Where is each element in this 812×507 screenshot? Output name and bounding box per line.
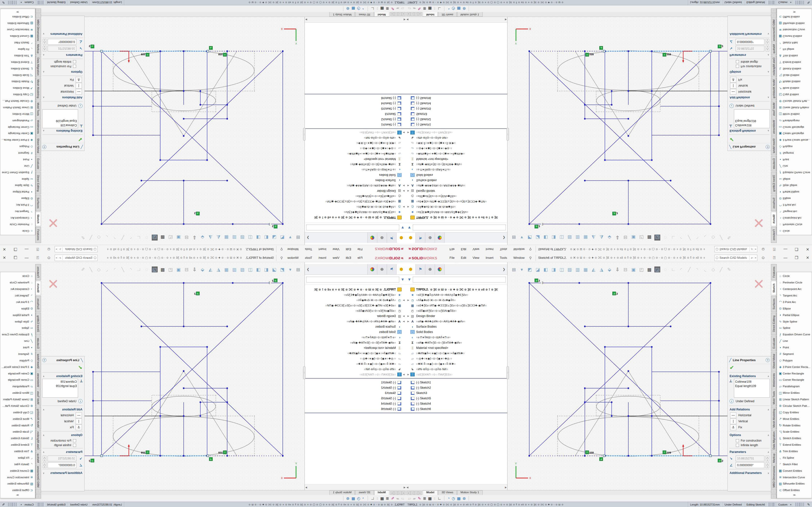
parameters-header[interactable]: Parameters ∧	[728, 449, 771, 455]
options-header[interactable]: Options ∧	[41, 433, 84, 438]
tree-root[interactable]: TЯPDL2. ⊙ ƷƐ ⊙ Ш ⊙ ◦ ⊙ ✚ ⊙ ƆC ⊙ ƷƐ ⊙ ∔ ⊙…	[305, 287, 406, 292]
view-toolbar-icon[interactable]: ⬙	[607, 235, 612, 240]
propmgr-help-icon[interactable]: ?	[766, 358, 770, 362]
relation-list-item[interactable]: Equal length109	[44, 384, 77, 388]
tree-root[interactable]: TЯPDL2. ⊙ ƷƐ ⊙ Ш ⊙ ◦ ⊙ ✚ ⊙ ƆC ⊙ ƷƐ ⊙ ∔ ⊙…	[305, 215, 406, 220]
panel-tab-target[interactable]: ⊕	[377, 264, 387, 275]
bottom-tool-icon[interactable]: ≣	[423, 496, 426, 501]
sketch-tool-sketch-fillet[interactable]: ◜Sketch Fillet	[0, 461, 35, 467]
tree-item[interactable]: ◻Solid Bodies	[406, 172, 507, 178]
more-tools-chevron-icon[interactable]: ≫	[0, 494, 35, 497]
search-input[interactable]: Search CAD Models	[719, 248, 749, 251]
add-relation-vertical-button[interactable]: ∣Vertical	[730, 418, 769, 424]
tree-item[interactable]: ▱○∙◎✚○∗◉⌈○⊙○⌉◉∗○✚◎∙○	[406, 146, 507, 151]
view-toolbar-icon[interactable]: ▣	[630, 235, 636, 240]
search-dropdown-icon[interactable]: ▾	[754, 248, 756, 250]
sketch-tool-convert-entities[interactable]: ▩Convert Entities	[0, 467, 35, 474]
sketch-tool-line[interactable]: ╱Line	[777, 163, 812, 169]
view-toolbar-icon[interactable]: ▧	[567, 267, 572, 272]
spin-down-icon[interactable]: ▾	[43, 39, 46, 42]
expand-arrow-icon[interactable]: ▶	[407, 131, 410, 134]
view-toolbar-icon[interactable]: ▥	[232, 235, 237, 240]
tree-item[interactable]: ◗Surface Bodies	[406, 178, 507, 183]
sketch-tool-corner-rectangle[interactable]: ▭Corner Rectangle	[0, 124, 35, 130]
relations-listbox[interactable]: Collinear108Equal length109	[734, 379, 770, 398]
menu-file[interactable]: File	[354, 254, 366, 262]
tree-item[interactable]: Sketch3	[305, 111, 406, 117]
tree-item[interactable]: ▱○✚ИN◉⁑+○∗◉⌈○⊙○⌉◉∗○+⁑◉ИN✚○	[406, 151, 507, 157]
search-input[interactable]: Search CAD Models	[63, 256, 92, 260]
view-toolbar-icon[interactable]: ◩	[280, 235, 285, 240]
tree-item[interactable]: ▱○✚ИN◉⁑+○∗◉⌈○⊙○⌉◉∗○+⁑◉ИN✚○	[305, 151, 406, 157]
tree-item[interactable]: (-) Sketch1	[406, 122, 507, 127]
help-icon[interactable]: ⍰	[772, 247, 777, 252]
sketch-tool-polygon[interactable]: ◇Polygon	[777, 357, 812, 363]
sketch-tool-circle[interactable]: ○Circle	[777, 228, 812, 234]
tree-item[interactable]: ▶▤Design Binder	[305, 188, 406, 193]
checkbox[interactable]	[73, 444, 76, 447]
bottom-tool-icon[interactable]: ↕	[376, 496, 378, 501]
panel-hscrollbar[interactable]: ◀ ▶	[406, 484, 507, 490]
sketch-tool-scale-entities[interactable]: ◹Scale Entities	[0, 72, 35, 78]
propmgr-help-icon[interactable]: ?	[42, 145, 46, 149]
sketch-tool-tangent-arc[interactable]: ◝Tangent Arc	[0, 208, 35, 215]
tree-item[interactable]: ▶◷○Λ⁑◉✚ƨƧ◦Ж○⊙○Ж◦Ƨƨ✚◉⁑Λ○	[305, 297, 406, 303]
command-tab-surfaces[interactable]: Surfaces	[35, 296, 41, 312]
tree-item[interactable]: (-) Sketch2	[305, 117, 406, 122]
existing-relations-header[interactable]: Existing Relations ∧	[728, 374, 771, 379]
sketch-relation-badge[interactable]: ⊿3	[194, 212, 200, 215]
option-checkbox-row[interactable]: Infinite length	[43, 444, 76, 447]
scroll-left-icon[interactable]: ◀	[404, 486, 406, 489]
scroll-right-icon[interactable]: ▶	[505, 486, 507, 489]
option-checkbox-row[interactable]: For construction	[736, 439, 769, 442]
confirmation-corner-cancel-icon[interactable]: ✕	[47, 216, 59, 230]
view-toolbar-icon[interactable]: ◇	[710, 267, 716, 272]
chevron-up-icon[interactable]: ∧	[767, 96, 769, 99]
view-toolbar-icon[interactable]: ⇩	[615, 235, 620, 240]
command-tab-evaluate[interactable]: Evaluate	[35, 336, 41, 351]
panel-expand-icon[interactable]: ❯	[305, 232, 311, 243]
menu-tools[interactable]: Tools	[497, 254, 510, 262]
minimize-button[interactable]: —	[783, 256, 788, 260]
help-icon[interactable]: ⍰	[35, 247, 40, 252]
tree-item[interactable]: ▱○✚Ж◦⁑○∗◉⌈○⊙○⌉◉∗○⁑◦Ж✚○	[406, 140, 507, 146]
tree-item[interactable]: Sketch3	[305, 390, 406, 396]
bottom-tool-icon[interactable]: ↕	[434, 6, 436, 11]
sketch-tool-partial-ellipse[interactable]: ◖Partial Ellipse	[777, 189, 812, 195]
tab-nav-icon[interactable]: ›	[394, 12, 398, 16]
tab-nav-icon[interactable]: ‹	[398, 12, 402, 16]
view-toolbar-icon[interactable]: ◫	[559, 267, 564, 272]
command-tab-features[interactable]: Features	[771, 227, 777, 243]
tree-item[interactable]: ▱○✚ИN◉⁑+○∗◉⌈○⊙○⌉◉∗○+⁑◉ИN✚○	[406, 350, 507, 356]
parameter-input[interactable]: 10.88152731	[735, 46, 764, 51]
tree-item[interactable]: (-) Sketch4	[406, 401, 507, 406]
model-tab-motion-study-1[interactable]: Motion Study 1	[329, 490, 355, 495]
tree-item[interactable]: (-) Sketch4	[406, 101, 507, 106]
view-toolbar-icon[interactable]: ▩	[160, 267, 165, 272]
sketch-tool-silhouette-entities[interactable]: ▨Silhouette Entities	[777, 481, 812, 487]
tree-item[interactable]: ▦○ƨƧ✚ƷƐƨ○ИΠ◉◦✚ƆƆƷƐ∪ƷƐƨ○⊙○ƨƷƐ∪ƷƐƆƆ✚◦◉ΠИ○	[305, 303, 406, 308]
bottom-tool-icon[interactable]: ▦	[380, 6, 384, 11]
search-box[interactable]: ⬡ Search CAD Models ⌕ ▾	[55, 255, 98, 261]
tab-nav-icon[interactable]: ›	[394, 491, 398, 495]
view-toolbar-icon[interactable]: ▥	[232, 267, 237, 272]
sketch-tool-center-rectangle[interactable]: ▣Center Rectangle	[0, 370, 35, 377]
sketch-relation-badge[interactable]: ⊿	[209, 457, 213, 461]
add-relation-fix-button[interactable]: ⚓Fix	[730, 77, 769, 83]
view-toolbar-icon[interactable]: ✎	[726, 235, 732, 240]
view-toolbar-icon[interactable]: ╱	[686, 235, 692, 240]
panel-grip[interactable]: · · ·	[305, 243, 406, 245]
view-toolbar-icon[interactable]: ▾	[519, 235, 525, 240]
bottom-tool-icon[interactable]: ▦	[380, 496, 384, 501]
chevron-down-icon[interactable]: ∨	[43, 472, 45, 474]
panel-grip[interactable]: · · ·	[406, 243, 507, 245]
menu-file[interactable]: File	[354, 245, 366, 253]
tree-item[interactable]: ▶⚿○ƨƧƷƐИΑΠ∙○⊙○∙ΠΑИƷƐƧƨ○	[305, 372, 406, 377]
tree-item[interactable]: ▦○ƨƧ✚ƷƐƨ○ИΠ◉◦✚ƆƆƷƐ∪ƷƐƨ○⊙○ƨƷƐ∪ƷƐƆƆ✚◦◉ΠИ○	[406, 199, 507, 204]
sketch-tool-polygon[interactable]: ◇Polygon	[777, 144, 812, 150]
sketch-tool-offset-entities[interactable]: ⊂Offset Entities	[777, 487, 812, 494]
panel-grip[interactable]: · · ·	[305, 262, 406, 264]
tree-item[interactable]: (-) Sketch5	[406, 396, 507, 401]
model-tab-3d-views[interactable]: 3D Views	[355, 490, 374, 495]
tree-item[interactable]: ★○ƨƧƷƐ✚◉⁑◎ΛΑΦ○⊙○ΦΑΛ◎⁑◉✚ƐƷƧƨ○	[406, 292, 507, 297]
